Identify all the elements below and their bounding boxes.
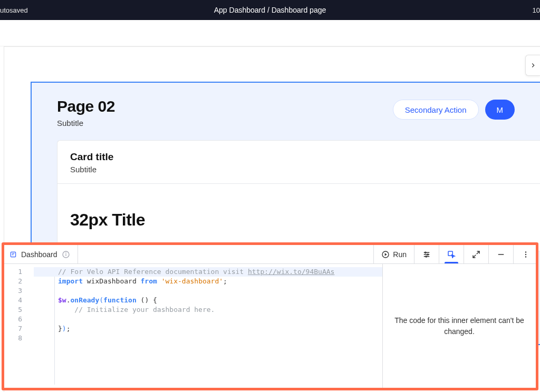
info-icon[interactable] bbox=[62, 250, 70, 259]
properties-panel-button[interactable] bbox=[439, 245, 464, 263]
code-line bbox=[34, 315, 382, 324]
line-number: 3 bbox=[4, 286, 34, 296]
more-options-button[interactable] bbox=[514, 245, 536, 263]
code-line: // Initialize your dashboard here. bbox=[34, 305, 382, 315]
properties-side-panel: The code for this inner element can't be… bbox=[383, 264, 536, 388]
card-header: Card title Subtitle bbox=[57, 141, 540, 184]
line-number: 1 bbox=[4, 267, 34, 277]
code-panel-highlighted: Dashboard Run bbox=[2, 242, 538, 390]
svg-point-18 bbox=[525, 251, 526, 252]
code-toolbar-spacer bbox=[78, 245, 374, 263]
expand-panel-button[interactable] bbox=[525, 55, 540, 76]
code-line: }); bbox=[34, 324, 382, 334]
line-number: 6 bbox=[4, 315, 34, 324]
page-title: Page 02 bbox=[57, 97, 115, 115]
autosave-status: utosaved bbox=[0, 6, 28, 14]
top-bar: utosaved App Dashboard / Dashboard page … bbox=[0, 0, 540, 20]
line-number: 8 bbox=[4, 334, 34, 343]
chevron-right-icon bbox=[529, 62, 537, 69]
code-panel-toolbar: Dashboard Run bbox=[4, 245, 536, 264]
svg-point-13 bbox=[426, 256, 427, 257]
page-heading-block: Page 02 Subtitle bbox=[57, 97, 115, 128]
expand-icon bbox=[471, 250, 481, 259]
breadcrumb-page[interactable]: Dashboard page bbox=[272, 6, 326, 14]
code-tab-dashboard[interactable]: Dashboard bbox=[4, 245, 78, 263]
svg-marker-7 bbox=[385, 253, 387, 256]
page-header: Page 02 Subtitle Secondary Action M bbox=[32, 83, 540, 140]
svg-point-12 bbox=[427, 253, 428, 254]
card-body: 32px Title bbox=[57, 184, 540, 251]
minimize-code-button[interactable] bbox=[489, 245, 514, 263]
svg-point-5 bbox=[65, 253, 66, 253]
breadcrumb[interactable]: App Dashboard / Dashboard page bbox=[214, 6, 326, 14]
code-editor[interactable]: // For Velo API Reference documentation … bbox=[34, 264, 383, 388]
page-subtitle: Subtitle bbox=[57, 119, 115, 128]
toolbar-strip bbox=[0, 20, 540, 46]
code-line: // For Velo API Reference documentation … bbox=[34, 267, 382, 277]
line-number: 7 bbox=[4, 324, 34, 334]
code-line bbox=[34, 286, 382, 296]
card-subtitle: Subtitle bbox=[70, 165, 527, 174]
page-actions: Secondary Action M bbox=[393, 100, 515, 120]
sliders-icon bbox=[422, 250, 431, 259]
code-line bbox=[34, 334, 382, 343]
code-line: import wixDashboard from 'wix-dashboard'… bbox=[34, 277, 382, 286]
expand-code-button[interactable] bbox=[464, 245, 489, 263]
line-number: 2 bbox=[4, 277, 34, 286]
code-line: $w.onReady(function () { bbox=[34, 296, 382, 305]
code-body: 1 2 3 4 5 6 7 8 // For Velo API Referenc… bbox=[4, 264, 536, 388]
line-number: 4 bbox=[4, 296, 34, 305]
secondary-action-button[interactable]: Secondary Action bbox=[393, 100, 479, 120]
play-icon bbox=[381, 250, 390, 259]
svg-line-15 bbox=[477, 251, 479, 254]
svg-point-11 bbox=[425, 252, 426, 253]
zoom-indicator: 10 bbox=[533, 6, 540, 14]
kebab-icon bbox=[521, 250, 531, 259]
page-code-icon bbox=[9, 251, 17, 258]
format-code-button[interactable] bbox=[414, 245, 439, 263]
svg-point-20 bbox=[525, 256, 526, 257]
side-panel-message: The code for this inner element can't be… bbox=[391, 315, 527, 337]
card-title: Card title bbox=[70, 151, 527, 163]
breadcrumb-sep: / bbox=[265, 6, 272, 14]
minimize-icon bbox=[496, 250, 506, 259]
svg-point-19 bbox=[525, 253, 526, 254]
code-tab-label: Dashboard bbox=[21, 250, 57, 259]
text-element-32px[interactable]: 32px Title bbox=[70, 210, 527, 230]
line-number: 5 bbox=[4, 305, 34, 315]
primary-action-button[interactable]: M bbox=[485, 100, 515, 120]
run-button[interactable]: Run bbox=[374, 245, 414, 263]
svg-line-16 bbox=[473, 254, 476, 257]
breadcrumb-app[interactable]: App Dashboard bbox=[214, 6, 265, 14]
run-label: Run bbox=[393, 250, 407, 259]
card[interactable]: Card title Subtitle 32px Title bbox=[57, 140, 540, 251]
code-toolbar-actions: Run bbox=[374, 245, 536, 263]
inspect-icon bbox=[447, 250, 456, 259]
line-gutter: 1 2 3 4 5 6 7 8 bbox=[4, 264, 34, 388]
